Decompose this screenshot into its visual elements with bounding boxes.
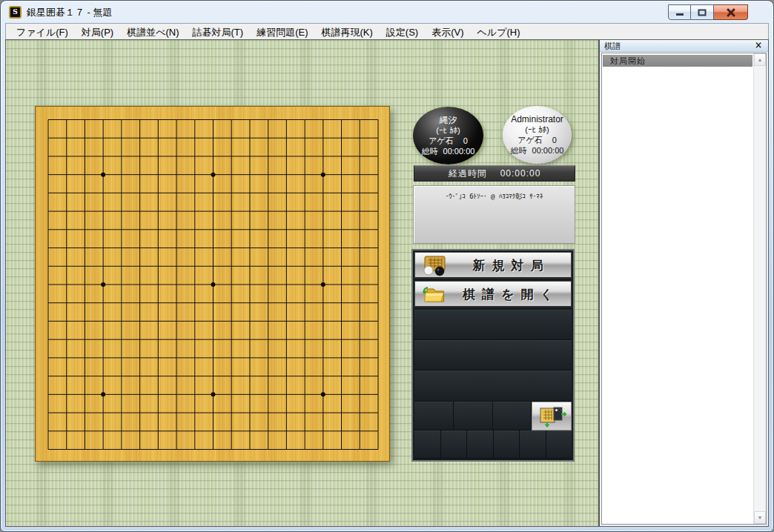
open-kifu-label: 棋譜を開く bbox=[445, 285, 571, 302]
go-board[interactable] bbox=[35, 106, 390, 462]
new-game-button[interactable]: 新規対局 bbox=[414, 252, 572, 279]
panel-slot-row-4 bbox=[414, 402, 572, 430]
menu-item-file[interactable]: ファイル(F) bbox=[10, 24, 75, 39]
kifu-item-game-start[interactable]: 対局開始 bbox=[603, 55, 752, 67]
scroll-down-button[interactable]: ▼ bbox=[754, 511, 766, 524]
kifu-panel: 棋譜 × 対局開始 ▲ ▼ bbox=[600, 40, 768, 526]
white-player-info: Administrator (ｰﾋ ｶﾎ) アゲ石 0 総時 00:00:00 bbox=[503, 106, 572, 164]
white-captures-label: アゲ石 bbox=[517, 135, 543, 145]
kifu-move-list[interactable]: 対局開始 ▲ ▼ bbox=[601, 53, 767, 525]
menu-item-play[interactable]: 対局(P) bbox=[75, 24, 120, 39]
application-window: S 銀星囲碁１７ - 無題 ファイル(F) 対局(P) 棋譜並べ(N) 詰碁対局… bbox=[0, 0, 774, 532]
panel-slot bbox=[414, 430, 441, 459]
close-button[interactable] bbox=[714, 4, 748, 20]
message-box: ･ｳ･ﾟ｣ｺ 6ﾄｿｰ･ @ ﾊﾖｺﾏｸ彰ｺ ｻ･ﾏﾈ bbox=[413, 185, 575, 244]
open-kifu-button[interactable]: 棋譜を開く bbox=[414, 281, 572, 307]
menu-item-view[interactable]: 表示(V) bbox=[425, 24, 470, 39]
new-game-board-icon bbox=[422, 254, 447, 276]
white-total-time-label: 総時 bbox=[511, 145, 527, 156]
open-folder-icon bbox=[422, 283, 447, 305]
panel-slot bbox=[414, 402, 454, 430]
menu-item-tsumego[interactable]: 詰碁対局(T) bbox=[186, 24, 251, 39]
white-total-time: 総時 00:00:00 bbox=[511, 145, 564, 156]
white-total-time-value: 00:00:00 bbox=[532, 145, 564, 156]
kifu-panel-header[interactable]: 棋譜 × bbox=[600, 40, 768, 52]
menu-item-practice[interactable]: 練習問題(E) bbox=[250, 24, 314, 39]
panel-slot-row-3 bbox=[414, 370, 572, 402]
board-layout-icon bbox=[537, 405, 566, 428]
maximize-button[interactable] bbox=[691, 4, 714, 20]
window-title: 銀星囲碁１７ - 無題 bbox=[27, 6, 113, 19]
title-bar[interactable]: S 銀星囲碁１７ - 無題 bbox=[1, 1, 773, 23]
black-player-name: 縄汐 bbox=[440, 115, 457, 125]
panel-slot-row-2 bbox=[414, 340, 572, 370]
black-captures: アゲ石 0 bbox=[429, 136, 468, 146]
white-captures-value: 0 bbox=[552, 135, 557, 145]
black-captures-value: 0 bbox=[463, 136, 468, 146]
control-panel: 新規対局 棋譜を開く bbox=[411, 249, 575, 462]
panel-slot-row-1 bbox=[414, 310, 572, 340]
maximize-icon bbox=[698, 9, 707, 16]
menu-bar: ファイル(F) 対局(P) 棋譜並べ(N) 詰碁対局(T) 練習問題(E) 棋譜… bbox=[5, 23, 769, 39]
app-logo-swirl-icon: S bbox=[13, 9, 18, 16]
black-total-time-label: 総時 bbox=[422, 146, 438, 156]
panel-slot bbox=[520, 430, 546, 459]
white-player-name: Administrator bbox=[511, 114, 563, 124]
close-icon bbox=[714, 5, 747, 19]
new-game-label: 新規対局 bbox=[445, 256, 571, 273]
app-icon: S bbox=[9, 6, 22, 19]
panel-slot bbox=[546, 430, 572, 459]
panel-slot bbox=[454, 402, 493, 430]
black-captures-label: アゲ石 bbox=[429, 136, 454, 146]
white-player-rank: (ｰﾋ ｶﾎ) bbox=[525, 124, 549, 135]
menu-item-kifu-playback[interactable]: 棋譜再現(K) bbox=[314, 24, 379, 39]
white-captures: アゲ石 0 bbox=[517, 135, 557, 145]
minimize-icon bbox=[676, 13, 684, 16]
kifu-scrollbar[interactable]: ▲ ▼ bbox=[753, 53, 766, 524]
panel-slot bbox=[494, 430, 520, 459]
menu-item-settings[interactable]: 設定(S) bbox=[380, 24, 425, 39]
client-area: 縄汐 (ｰﾋ ｶﾎ) アゲ石 0 総時 00:00:00 Administrat… bbox=[5, 39, 769, 527]
arrow-down-icon: ▼ bbox=[758, 515, 763, 520]
menu-item-kifu-replay[interactable]: 棋譜並べ(N) bbox=[120, 24, 185, 39]
scroll-up-button[interactable]: ▲ bbox=[754, 53, 766, 66]
kifu-panel-title: 棋譜 bbox=[604, 41, 621, 52]
minimize-button[interactable] bbox=[668, 4, 691, 20]
tatami-play-area: 縄汐 (ｰﾋ ｶﾎ) アゲ石 0 総時 00:00:00 Administrat… bbox=[6, 40, 598, 526]
arrow-up-icon: ▲ bbox=[758, 57, 763, 62]
elapsed-time-bar: 経過時間 00:00:00 bbox=[414, 165, 575, 182]
elapsed-time-label: 経過時間 bbox=[449, 167, 487, 180]
panel-slot bbox=[467, 430, 494, 459]
black-player-info: 縄汐 (ｰﾋ ｶﾎ) アゲ石 0 総時 00:00:00 bbox=[413, 107, 483, 164]
message-text: ･ｳ･ﾟ｣ｺ 6ﾄｿｰ･ @ ﾊﾖｺﾏｸ彰ｺ ｻ･ﾏﾈ bbox=[414, 192, 575, 202]
panel-slot bbox=[493, 402, 532, 430]
black-total-time: 総時 00:00:00 bbox=[422, 146, 475, 156]
board-layout-button[interactable] bbox=[532, 402, 572, 430]
panel-slot bbox=[441, 430, 468, 459]
go-board-grid bbox=[48, 119, 378, 450]
elapsed-time-value: 00:00:00 bbox=[500, 168, 541, 179]
black-player-rank: (ｰﾋ ｶﾎ) bbox=[436, 125, 460, 136]
menu-item-help[interactable]: ヘルプ(H) bbox=[471, 24, 527, 39]
black-total-time-value: 00:00:00 bbox=[443, 146, 475, 156]
panel-slot-row-5 bbox=[414, 430, 572, 459]
kifu-panel-close-icon[interactable]: × bbox=[755, 40, 762, 50]
